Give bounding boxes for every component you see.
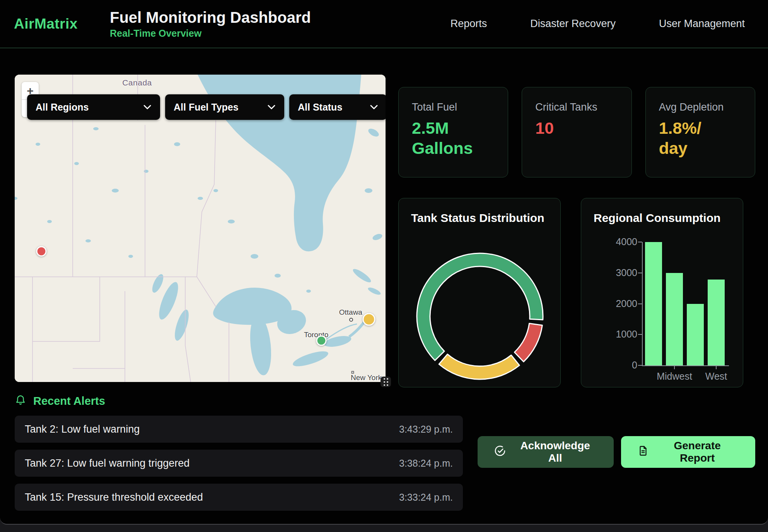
- y-tick-mark: [638, 304, 642, 304]
- region-filter-dropdown[interactable]: All Regions: [27, 94, 160, 120]
- charts-row: Tank Status Distribution Regional Consum…: [398, 198, 755, 387]
- tank-status-donut-chart: [399, 233, 561, 387]
- bar-Midwest: [666, 273, 683, 365]
- map-resize-handle[interactable]: [381, 377, 391, 387]
- alert-row[interactable]: Tank 27: Low fuel warning triggered3:38:…: [15, 450, 463, 477]
- acknowledge-all-button[interactable]: Acknowledge All: [478, 436, 614, 468]
- status-filter-dropdown[interactable]: All Status: [289, 94, 386, 120]
- y-tick-label: 1000: [602, 329, 637, 340]
- tank-marker-critical[interactable]: [36, 246, 47, 257]
- document-icon: [637, 445, 649, 459]
- status-filter-value: All Status: [298, 102, 342, 113]
- alert-timestamp: 3:33:24 p.m.: [399, 492, 453, 503]
- alert-timestamp: 3:43:29 p.m.: [399, 424, 453, 435]
- regional-consumption-bar-chart: 01000200030004000MidwestWest: [581, 198, 743, 387]
- y-tick-mark: [638, 365, 642, 366]
- alert-message: Tank 15: Pressure threshold exceeded: [25, 491, 203, 503]
- page-title: Fuel Monitoring Dashboard: [110, 9, 311, 26]
- check-circle-icon: [494, 445, 506, 460]
- x-tick-label: West: [689, 371, 743, 382]
- stat-label: Critical Tanks: [535, 101, 618, 113]
- alerts-title: Recent Alerts: [33, 395, 105, 408]
- y-axis-line: [642, 242, 643, 365]
- stat-value: 10: [535, 118, 618, 138]
- stat-value: 1.8%/ day: [659, 118, 742, 159]
- bar-series-2: [687, 304, 704, 366]
- donut-segment-warning: [439, 354, 519, 379]
- chevron-down-icon: [267, 104, 276, 110]
- map-country-label: Canada: [122, 78, 152, 87]
- bell-icon: [15, 394, 26, 408]
- alert-timestamp: 3:38:24 p.m.: [399, 458, 453, 469]
- map-container: + − All Regions All Fuel Types: [15, 75, 386, 382]
- generate-report-button[interactable]: Generate Report: [621, 436, 755, 468]
- dashboard-root: AirMatrix Fuel Monitoring Dashboard Real…: [0, 0, 768, 525]
- alert-message: Tank 27: Low fuel warning triggered: [25, 457, 189, 469]
- map-canvas[interactable]: + − All Regions All Fuel Types: [15, 75, 386, 382]
- page-subtitle: Real-Time Overview: [110, 28, 311, 39]
- region-filter-value: All Regions: [36, 102, 89, 113]
- fuel-type-filter-dropdown[interactable]: All Fuel Types: [165, 94, 284, 120]
- stat-label: Avg Depletion: [659, 101, 742, 113]
- y-tick-mark: [638, 334, 642, 335]
- map-city-label: New York: [351, 373, 382, 382]
- y-tick-label: 4000: [602, 236, 637, 247]
- bar-series-0: [645, 242, 662, 365]
- map-base-layer: [15, 75, 386, 382]
- alert-message: Tank 2: Low fuel warning: [25, 423, 140, 435]
- chevron-down-icon: [143, 104, 152, 110]
- alert-actions: Acknowledge All Generate Report: [478, 436, 755, 468]
- nav-disaster-recovery[interactable]: Disaster Recovery: [530, 18, 616, 30]
- nav-user-management[interactable]: User Management: [659, 18, 745, 30]
- app-header: AirMatrix Fuel Monitoring Dashboard Real…: [0, 0, 768, 48]
- alert-row[interactable]: Tank 2: Low fuel warning3:43:29 p.m.: [15, 416, 463, 443]
- recent-alerts-section: Recent Alerts Tank 2: Low fuel warning3:…: [0, 387, 768, 518]
- x-tick-mark: [716, 365, 717, 369]
- stat-card-avg-depletion: Avg Depletion 1.8%/ day: [645, 87, 755, 177]
- alerts-body: Tank 2: Low fuel warning3:43:29 p.m.Tank…: [15, 416, 755, 518]
- main-nav: Reports Disaster Recovery User Managemen…: [451, 18, 754, 30]
- y-tick-mark: [638, 273, 642, 273]
- y-tick-label: 0: [602, 360, 637, 371]
- stats-row: Total Fuel 2.5M Gallons Critical Tanks 1…: [398, 87, 755, 177]
- main-content: + − All Regions All Fuel Types: [0, 48, 768, 387]
- x-tick-mark: [674, 365, 675, 369]
- bar-West: [708, 280, 725, 365]
- tank-marker-normal[interactable]: [316, 335, 327, 346]
- y-tick-label: 2000: [602, 298, 637, 309]
- donut-segment-critical: [514, 323, 542, 361]
- alerts-header: Recent Alerts: [15, 394, 755, 408]
- alert-list: Tank 2: Low fuel warning3:43:29 p.m.Tank…: [15, 416, 463, 518]
- alert-row[interactable]: Tank 15: Pressure threshold exceeded3:33…: [15, 484, 463, 511]
- map-city-label: Ottawa: [339, 308, 362, 317]
- regional-consumption-chart-card: Regional Consumption 01000200030004000Mi…: [581, 198, 743, 387]
- right-column: Total Fuel 2.5M Gallons Critical Tanks 1…: [398, 75, 755, 387]
- tank-status-chart-card: Tank Status Distribution: [398, 198, 561, 387]
- y-tick-mark: [638, 242, 642, 242]
- fuel-type-filter-value: All Fuel Types: [174, 102, 239, 113]
- stat-label: Total Fuel: [412, 101, 495, 113]
- brand-logo: AirMatrix: [14, 16, 110, 32]
- tank-marker-warning[interactable]: [362, 313, 375, 326]
- stat-card-critical-tanks: Critical Tanks 10: [522, 87, 631, 177]
- map-town-marker: [349, 318, 353, 322]
- stat-value: 2.5M Gallons: [412, 118, 495, 159]
- nav-reports[interactable]: Reports: [451, 18, 487, 30]
- chevron-down-icon: [370, 104, 378, 110]
- map-town-marker: [351, 371, 354, 374]
- stat-card-total-fuel: Total Fuel 2.5M Gallons: [398, 87, 508, 177]
- header-titles: Fuel Monitoring Dashboard Real-Time Over…: [110, 9, 311, 39]
- chart-title: Tank Status Distribution: [399, 198, 560, 225]
- map-filter-bar: All Regions All Fuel Types All Status: [27, 94, 386, 120]
- y-tick-label: 3000: [602, 267, 637, 278]
